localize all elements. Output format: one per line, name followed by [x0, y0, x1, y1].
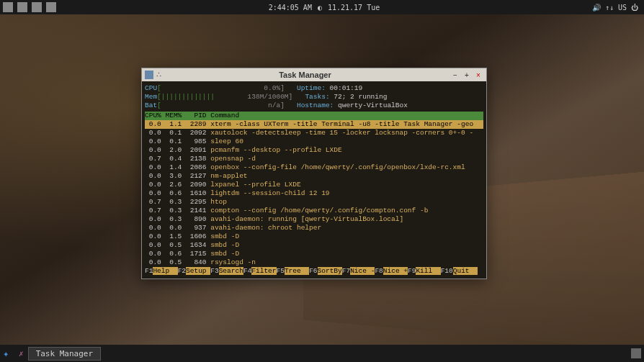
fn-key[interactable]: F1 — [145, 267, 153, 275]
process-row[interactable]: 0.0 1.5 1606 smbd -D — [145, 232, 483, 241]
process-command: smbd -D — [210, 241, 239, 249]
window-titlebar[interactable]: ∴ Task Manager − + × — [142, 68, 486, 81]
top-panel: 2:44:05 AM ◐ 11.21.17 Tue 🔊 ↑↓ US ⏻ — [0, 0, 644, 14]
process-command: xterm -class UXTerm -title Terminal -u8 … — [210, 120, 473, 128]
process-row[interactable]: 0.0 0.1 2092 xautolock -detectsleep -tim… — [145, 129, 483, 137]
process-row[interactable]: 0.0 0.5 840 rsyslogd -n — [145, 258, 483, 267]
locale-indicator[interactable]: US — [618, 4, 627, 12]
process-command: avahi-daemon: running [qwerty-VirtualBox… — [210, 215, 403, 223]
minimize-button[interactable]: − — [450, 70, 460, 80]
process-row[interactable]: 0.0 0.6 1610 lightdm --session-child 12 … — [145, 189, 483, 198]
volume-icon[interactable]: 🔊 — [592, 4, 601, 12]
col-mem[interactable]: MEM% — [166, 112, 182, 119]
close-button[interactable]: × — [473, 70, 483, 80]
taskbar-item-label: Task Manager — [36, 349, 93, 358]
cpu-meter-label: CPU — [145, 84, 157, 92]
function-key-bar: F1Help F2Setup F3SearchF4FilterF5Tree F6… — [145, 267, 483, 276]
process-row[interactable]: 0.7 0.3 2141 compton --config /home/qwer… — [145, 207, 483, 215]
uptime-value: 00:01:19 — [330, 84, 363, 92]
logout-icon[interactable]: ⏻ — [631, 4, 638, 12]
process-row[interactable]: 0.0 0.5 1634 smbd -D — [145, 241, 483, 250]
fn-key[interactable]: F8 — [375, 267, 383, 275]
cpu-meter-value: 0.0%] — [264, 84, 285, 92]
fn-key[interactable]: F2 — [178, 267, 186, 275]
taskbar-item-task-manager[interactable]: Task Manager — [28, 347, 101, 361]
process-command: lxpanel --profile LXDE — [210, 181, 300, 189]
process-command: pcmanfm --desktop --profile LXDE — [210, 146, 341, 154]
tray-icon-2[interactable] — [17, 2, 27, 12]
fn-label[interactable]: Tree — [285, 267, 309, 275]
process-command: htop — [210, 198, 227, 206]
task-manager-window: ∴ Task Manager − + × CPU[ 0.0%] Uptime: … — [141, 68, 487, 279]
tasks-value: 72; 2 running — [334, 93, 387, 101]
process-row[interactable]: 0.0 2.0 2091 pcmanfm --desktop --profile… — [145, 146, 483, 155]
process-command: openbox --config-file /home/qwerty/.conf… — [210, 163, 465, 171]
fn-label[interactable]: Filter — [251, 267, 276, 275]
quick-launch-icon[interactable]: ✗ — [19, 349, 24, 358]
fn-label[interactable]: Setup — [186, 267, 210, 275]
process-command: nm-applet — [210, 172, 247, 180]
cpu-meter-bar: [ — [157, 84, 264, 92]
col-command[interactable]: Command — [210, 112, 239, 119]
process-row[interactable]: 0.0 1.1 2289 xterm -class UXTerm -title … — [145, 120, 483, 129]
hostname-value: qwerty-VirtualBox — [338, 101, 408, 109]
process-command: rsyslogd -n — [210, 258, 256, 266]
tray-icon-1[interactable] — [3, 2, 13, 12]
process-command: smbd -D — [210, 232, 239, 240]
process-row[interactable]: 0.0 1.4 2086 openbox --config-file /home… — [145, 163, 483, 172]
fn-key[interactable]: F9 — [408, 267, 416, 275]
process-row[interactable]: 0.0 3.0 2127 nm-applet — [145, 172, 483, 181]
process-row[interactable]: 0.0 2.6 2090 lxpanel --profile LXDE — [145, 181, 483, 189]
terminal-content[interactable]: CPU[ 0.0%] Uptime: 00:01:19 Mem[||||||||… — [142, 81, 486, 279]
fn-label[interactable]: Nice - — [350, 267, 375, 275]
maximize-button[interactable]: + — [462, 70, 472, 80]
fn-label[interactable]: Quit — [453, 267, 478, 275]
network-icon[interactable]: ↑↓ — [605, 4, 614, 12]
fn-label[interactable]: Help — [153, 267, 177, 275]
fn-label[interactable]: Nice + — [383, 267, 408, 275]
process-row[interactable]: 0.7 0.4 2138 opensnap -d — [145, 155, 483, 163]
col-pid[interactable]: PID — [194, 112, 206, 119]
fn-key[interactable]: F10 — [441, 267, 453, 275]
process-command: compton --config /home/qwerty/.config/co… — [210, 207, 428, 214]
col-cpu[interactable]: CPU% — [145, 112, 161, 119]
uptime-label: Uptime: — [297, 84, 326, 92]
hostname-label: Hostname: — [297, 101, 334, 109]
fn-key[interactable]: F3 — [210, 267, 218, 275]
tray-icon-3[interactable] — [32, 2, 42, 12]
bat-meter-label: Bat — [145, 101, 157, 109]
fn-label[interactable]: Search — [219, 267, 243, 275]
process-command: opensnap -d — [210, 155, 256, 163]
fn-label[interactable]: SortBy — [318, 267, 342, 275]
weather-icon[interactable]: ◐ — [318, 4, 322, 12]
process-row[interactable]: 0.0 0.6 1715 smbd -D — [145, 250, 483, 258]
process-row[interactable]: 0.0 0.0 937 avahi-daemon: chroot helper — [145, 224, 483, 232]
process-command: avahi-daemon: chroot helper — [210, 224, 321, 232]
process-list[interactable]: 0.0 1.1 2289 xterm -class UXTerm -title … — [145, 120, 483, 267]
show-desktop-icon[interactable] — [631, 348, 641, 358]
process-row[interactable]: 0.0 0.3 890 avahi-daemon: running [qwert… — [145, 215, 483, 224]
htop-meters: CPU[ 0.0%] Uptime: 00:01:19 Mem[||||||||… — [145, 84, 483, 110]
process-command: smbd -D — [210, 250, 239, 258]
fn-key[interactable]: F7 — [342, 267, 350, 275]
bat-meter-bar: [ — [157, 101, 268, 109]
process-command: lightdm --session-child 12 19 — [210, 189, 329, 197]
bottom-panel: ✗ Task Manager — [0, 345, 644, 362]
mem-meter-bar: [||||||||||||| — [157, 93, 215, 101]
process-header-row[interactable]: CPU% MEM% PID Command — [145, 112, 483, 120]
fn-key[interactable]: F5 — [277, 267, 285, 275]
fn-label[interactable]: Kill — [416, 267, 440, 275]
process-row[interactable]: 0.7 0.3 2295 htop — [145, 198, 483, 207]
process-row[interactable]: 0.0 0.1 985 sleep 60 — [145, 137, 483, 146]
tray-icon-4[interactable] — [46, 2, 56, 12]
fn-key[interactable]: F6 — [309, 267, 317, 275]
process-command: xautolock -detectsleep -time 15 -locker … — [210, 129, 473, 137]
tasks-label: Tasks: — [305, 93, 329, 101]
start-menu-icon[interactable] — [3, 348, 14, 359]
clock-date[interactable]: 11.21.17 Tue — [328, 4, 380, 12]
window-pin-icon[interactable]: ∴ — [156, 71, 161, 80]
clock-time[interactable]: 2:44:05 AM — [269, 4, 312, 12]
mem-meter-label: Mem — [145, 93, 157, 101]
mem-meter-value: 138M/1000M] — [215, 93, 292, 101]
fn-key[interactable]: F4 — [243, 267, 251, 275]
